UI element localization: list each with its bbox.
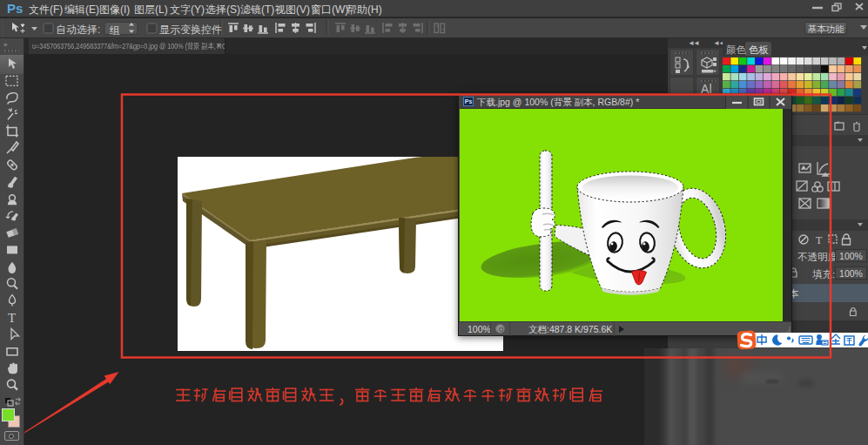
svg-text:T: T <box>816 234 823 246</box>
svg-text:T: T <box>8 311 16 325</box>
